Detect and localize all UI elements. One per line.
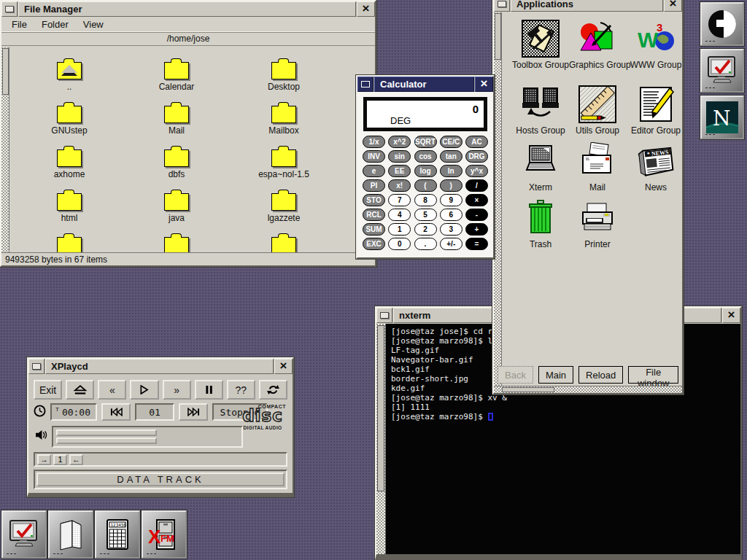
volume-slider-right[interactable] — [56, 438, 157, 444]
calc-button-item[interactable]: = — [465, 238, 488, 250]
calc-button-e[interactable]: e — [363, 165, 385, 177]
folder-item-java[interactable]: java — [136, 189, 217, 223]
track-back-button[interactable]: ← — [69, 454, 83, 465]
folder-item-dbfs[interactable]: dbfs — [136, 145, 217, 179]
calc-button-item[interactable]: ) — [440, 179, 462, 192]
close-button[interactable]: × — [357, 1, 375, 17]
calc-button-cos[interactable]: cos — [414, 150, 437, 163]
calc-button-ee[interactable]: EE — [388, 165, 411, 177]
app-item-trash[interactable]: Trash — [512, 199, 569, 249]
dock-netscape-button[interactable]: N — [700, 96, 744, 139]
calc-button-ac[interactable]: AC — [465, 136, 488, 148]
close-button[interactable]: × — [475, 77, 493, 92]
exit-button[interactable]: Exit — [34, 380, 62, 400]
loop-button[interactable] — [259, 380, 287, 400]
calc-button-1[interactable]: 1 — [388, 223, 411, 236]
previous-track-button[interactable] — [101, 403, 131, 421]
folder-item-lgazzete[interactable]: lgazzete — [244, 189, 324, 223]
close-button[interactable]: × — [274, 359, 293, 374]
window-menu-button[interactable] — [357, 77, 374, 92]
calc-button-x-2[interactable]: x^2 — [388, 136, 411, 148]
dock-xfm-button[interactable]: XFM — [142, 510, 187, 559]
calc-button-pi[interactable]: PI — [363, 179, 385, 192]
folder-item-item[interactable]: .. — [29, 58, 109, 92]
dock-monitor-check-button[interactable] — [1, 510, 47, 559]
calc-button-sqrt[interactable]: SQRT — [414, 136, 437, 148]
folder-item[interactable] — [29, 233, 109, 252]
scrollbar-thumb[interactable] — [2, 48, 9, 95]
rewind-button[interactable]: « — [98, 380, 126, 400]
horizontal-scrollbar[interactable] — [494, 386, 682, 393]
vertical-scrollbar[interactable] — [494, 12, 502, 386]
calc-button-2[interactable]: 2 — [414, 223, 437, 236]
forward-button[interactable]: » — [163, 380, 191, 400]
calc-button-item[interactable]: / — [465, 179, 488, 192]
app-item-hosts-group[interactable]: Hosts Group — [512, 85, 569, 136]
calc-button-item[interactable]: × — [465, 194, 488, 206]
app-item-editor-group[interactable]: Editor Group — [627, 85, 682, 136]
calc-button-rcl[interactable]: RCL — [363, 209, 385, 221]
menu-folder[interactable]: Folder — [34, 18, 76, 31]
app-item-printer[interactable]: Printer — [569, 199, 626, 249]
shuffle-button[interactable]: ?? — [227, 380, 255, 400]
scrollbar-thumb[interactable] — [502, 387, 554, 392]
button-reload[interactable]: Reload — [578, 366, 623, 384]
calc-button-item[interactable]: + — [465, 223, 488, 236]
close-button[interactable]: × — [664, 0, 682, 12]
data-track-button[interactable]: DATA TRACK — [36, 472, 285, 486]
window-menu-button[interactable] — [376, 308, 392, 323]
calc-button-item[interactable]: . — [414, 238, 437, 250]
folder-item-espa-nol-1-5[interactable]: espa~nol-1.5 — [244, 145, 324, 179]
track-forward-button[interactable]: → — [37, 454, 51, 465]
folder-item-mailbox[interactable]: Mailbox — [244, 101, 324, 136]
calc-button-drg[interactable]: DRG — [465, 150, 488, 163]
folder-item-desktop[interactable]: Desktop — [244, 58, 324, 92]
calc-button-item[interactable]: - — [465, 209, 488, 221]
calc-button-5[interactable]: 5 — [414, 209, 437, 221]
calc-button-ce-c[interactable]: CE/C — [440, 136, 462, 148]
calc-button-6[interactable]: 6 — [440, 209, 462, 221]
calc-button-sin[interactable]: sin — [388, 150, 411, 163]
calc-button-8[interactable]: 8 — [414, 194, 437, 206]
calc-button-y-x[interactable]: y^x — [465, 165, 488, 177]
folder-item-axhome[interactable]: axhome — [29, 145, 109, 179]
pause-button[interactable] — [195, 380, 223, 400]
close-button[interactable]: × — [722, 308, 740, 323]
calc-button-log[interactable]: log — [414, 165, 437, 177]
app-item-graphics-group[interactable]: Graphics Group — [569, 20, 626, 70]
calc-button-1-x[interactable]: 1/x — [363, 136, 385, 148]
calc-button-sum[interactable]: SUM — [363, 223, 385, 236]
menu-file[interactable]: File — [4, 18, 34, 31]
dock-calc-button[interactable]: 123456 — [95, 510, 140, 559]
window-menu-button[interactable] — [1, 1, 18, 17]
calc-button-0[interactable]: 0 — [388, 238, 411, 250]
calc-button-ln[interactable]: ln — [440, 165, 462, 177]
dock-box-button[interactable] — [48, 510, 93, 559]
folder-item-calendar[interactable]: Calendar — [136, 58, 217, 92]
button-back[interactable]: Back — [498, 366, 533, 384]
calc-button-4[interactable]: 4 — [388, 209, 411, 221]
calc-button-7[interactable]: 7 — [388, 194, 411, 206]
dock-steps-button[interactable] — [700, 2, 744, 46]
app-item-toolbox-group[interactable]: Toolbox Group — [512, 20, 569, 70]
terminal-scrollbar[interactable] — [376, 324, 386, 554]
calc-button-item[interactable]: ( — [414, 179, 437, 192]
app-item-utils-group[interactable]: Utils Group — [569, 85, 626, 136]
volume-slider-left[interactable] — [56, 429, 157, 436]
folder-item-gnustep[interactable]: GNUstep — [29, 101, 109, 136]
app-item-www-group[interactable]: W3WWW Group — [627, 20, 682, 70]
button-file-window[interactable]: File window — [628, 366, 678, 384]
track-1-button[interactable]: 1 — [53, 454, 67, 465]
folder-item[interactable] — [244, 233, 324, 252]
app-item-mail[interactable]: Mail — [569, 142, 626, 192]
next-track-button[interactable] — [179, 403, 208, 421]
button-main[interactable]: Main — [538, 366, 573, 384]
app-item-xterm[interactable]: Xterm — [512, 142, 569, 192]
calc-button-sto[interactable]: STO — [363, 194, 385, 206]
calc-button-9[interactable]: 9 — [440, 194, 462, 206]
window-menu-button[interactable] — [28, 359, 44, 374]
dock-monitor-check-button[interactable] — [700, 49, 744, 93]
calc-button-3[interactable]: 3 — [440, 223, 462, 236]
play-button[interactable] — [130, 380, 158, 400]
app-item-news[interactable]: * NEWSNews — [627, 142, 682, 192]
